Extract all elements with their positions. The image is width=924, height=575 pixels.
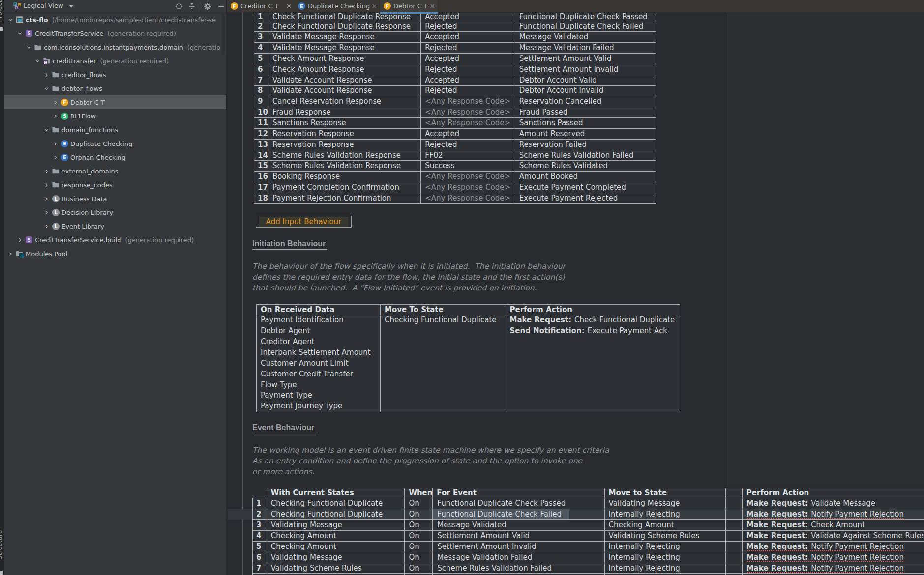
response-result[interactable]: Amount Booked — [515, 172, 656, 182]
event-row[interactable]: 3 Validating Message On Message Validate… — [253, 520, 924, 531]
response-result[interactable]: Functional Duplicate Check Failed — [515, 21, 656, 32]
response-row[interactable]: 3 Validate Message Response Accepted Mes… — [254, 32, 656, 43]
response-code[interactable]: FF02 — [421, 150, 515, 161]
response-result[interactable]: Settlement Amount Invalid — [515, 64, 656, 75]
locate-icon[interactable] — [175, 2, 183, 10]
response-code[interactable]: Accepted — [421, 13, 515, 21]
tree-chevron-icon[interactable] — [8, 13, 16, 27]
event-row[interactable]: 2 Checking Functional Duplicate On Funct… — [253, 509, 924, 520]
tree-row[interactable]: debtor_flows — [4, 82, 227, 95]
response-name[interactable]: Check Functional Duplicate Response — [268, 13, 420, 21]
tree-chevron-icon[interactable] — [53, 95, 60, 109]
response-name[interactable]: Booking Response — [268, 172, 420, 182]
move-to-state[interactable]: Validating Message — [604, 498, 725, 509]
response-row[interactable]: 5 Check Amount Response Accepted Settlem… — [254, 53, 656, 64]
for-event[interactable]: Settlement Amount Valid — [433, 530, 604, 541]
response-result[interactable]: Message Validated — [515, 32, 656, 43]
when[interactable]: On — [405, 541, 433, 552]
response-code[interactable]: <Any Response Code> — [421, 96, 515, 107]
move-to-state[interactable]: Internally Rejecting — [604, 541, 725, 552]
move-to-state[interactable]: Internally Rejecting — [604, 509, 725, 520]
response-row[interactable]: 14 Scheme Rules Validation Response FF02… — [254, 150, 656, 161]
response-name[interactable]: Payment Rejection Confirmation — [268, 193, 420, 203]
event-row[interactable]: 4 Checking Amount On Settlement Amount V… — [253, 530, 924, 541]
tree-row[interactable]: response_codes — [4, 178, 227, 192]
tree-chevron-icon[interactable] — [44, 123, 52, 137]
response-code[interactable]: Rejected — [421, 86, 515, 96]
response-name[interactable]: Validate Message Response — [268, 32, 420, 43]
response-result[interactable]: Fraud Passed — [515, 107, 656, 118]
response-name[interactable]: Sanctions Response — [268, 118, 420, 129]
perform-action[interactable]: Make Request:Validate Against Scheme Rul… — [742, 530, 924, 541]
for-event[interactable]: Message Validation Failed — [433, 552, 604, 563]
current-states[interactable]: Checking Amount — [267, 530, 405, 541]
for-event[interactable]: Scheme Rules Validation Failed — [433, 563, 604, 574]
when[interactable]: On — [405, 509, 433, 520]
response-row[interactable]: 9 Cancel Reservation Response <Any Respo… — [254, 96, 656, 107]
tree-chevron-icon[interactable] — [44, 205, 52, 219]
response-code[interactable]: <Any Response Code> — [421, 172, 515, 182]
response-row[interactable]: 4 Validate Message Response Rejected Mes… — [254, 43, 656, 54]
response-code[interactable]: Rejected — [421, 64, 515, 75]
tree-chevron-icon[interactable] — [18, 27, 25, 40]
response-name[interactable]: Cancel Reservation Response — [268, 96, 420, 107]
tab-close-icon[interactable] — [287, 4, 291, 8]
perform-action-cell[interactable]: Make Request:Check Functional Duplicate … — [506, 315, 680, 412]
tree-chevron-icon[interactable] — [44, 68, 52, 82]
tree-chevron-icon[interactable] — [44, 178, 52, 192]
response-row[interactable]: 12 Reservation Response Accepted Amount … — [254, 128, 656, 139]
for-event[interactable]: Message Validated — [433, 520, 604, 531]
when[interactable]: On — [405, 552, 433, 563]
when[interactable]: On — [405, 520, 433, 531]
tree-row[interactable]: L Event Library — [4, 219, 227, 233]
response-result[interactable]: Settlement Amount Valid — [515, 53, 656, 64]
tree-chevron-icon[interactable] — [8, 247, 16, 260]
for-event[interactable]: Settlement Amount Invalid — [433, 541, 604, 552]
move-to-state[interactable]: Validating Scheme Rules — [604, 530, 725, 541]
received-data-cell[interactable]: Payment IdentificationDebtor AgentCredit… — [257, 315, 381, 412]
response-row[interactable]: 8 Validate Account Response Rejected Deb… — [254, 86, 656, 96]
tree-row[interactable]: com.iconsolutions.instantpayments.domain… — [4, 40, 227, 54]
response-result[interactable]: Functional Duplicate Check Passed — [515, 13, 656, 21]
tab-close-icon[interactable] — [372, 4, 377, 8]
add-input-behaviour-button[interactable]: Add Input Behaviour — [256, 216, 352, 228]
response-row[interactable]: 7 Validate Account Response Accepted Deb… — [254, 75, 656, 86]
tree-row[interactable]: creditor_flows — [4, 68, 227, 82]
response-row[interactable]: 16 Booking Response <Any Response Code> … — [254, 172, 656, 182]
response-row[interactable]: 10 Fraud Response <Any Response Code> Fr… — [254, 107, 656, 118]
perform-action[interactable]: Make Request:Notify Payment Rejection — [742, 509, 924, 520]
move-to-state[interactable]: Internally Rejecting — [604, 563, 725, 574]
tab-close-icon[interactable] — [430, 4, 435, 8]
response-row[interactable]: 15 Scheme Rules Validation Response Succ… — [254, 161, 656, 172]
response-result[interactable]: Scheme Rules Validation Failed — [515, 150, 656, 161]
tree-chevron-icon[interactable] — [53, 150, 60, 164]
hide-panel-icon[interactable] — [217, 2, 225, 10]
perform-action[interactable]: Make Request:Validate Message — [742, 498, 924, 509]
tree-chevron-icon[interactable] — [44, 164, 52, 178]
response-code[interactable]: Accepted — [421, 128, 515, 139]
current-states[interactable]: Checking Functional Duplicate — [267, 498, 405, 509]
move-to-state[interactable]: Checking Amount — [604, 520, 725, 531]
move-to-state[interactable]: Internally Rejecting — [604, 552, 725, 563]
editor-tab[interactable]: E Duplicate Checking — [295, 0, 380, 12]
response-name[interactable]: Check Amount Response — [268, 64, 420, 75]
response-name[interactable]: Payment Completion Confirmation — [268, 182, 420, 193]
collapse-all-icon[interactable] — [188, 2, 196, 10]
event-row[interactable]: 7 Validating Scheme Rules On Scheme Rule… — [253, 563, 924, 574]
tree-row[interactable]: CreditTransferService.build (generation … — [4, 233, 227, 247]
perform-action[interactable]: Make Request:Notify Payment Rejection — [742, 563, 924, 574]
response-row[interactable]: 17 Payment Completion Confirmation <Any … — [254, 182, 656, 193]
response-name[interactable]: Check Functional Duplicate Response — [268, 21, 420, 32]
when[interactable]: On — [405, 498, 433, 509]
tree-row[interactable]: domain_functions — [4, 123, 227, 137]
response-row[interactable]: 18 Payment Rejection Confirmation <Any R… — [254, 193, 656, 203]
response-result[interactable]: Message Validation Failed — [515, 43, 656, 54]
event-row[interactable]: 6 Validating Message On Message Validati… — [253, 552, 924, 563]
response-result[interactable]: Sanctions Passed — [515, 118, 656, 129]
response-result[interactable]: Reservation Cancelled — [515, 96, 656, 107]
tree-chevron-icon[interactable] — [53, 109, 60, 123]
tree-row[interactable]: E Duplicate Checking — [4, 137, 227, 150]
response-result[interactable]: Debtor Account Invalid — [515, 86, 656, 96]
current-states[interactable]: Validating Scheme Rules — [267, 563, 405, 574]
event-row[interactable]: 1 Checking Functional Duplicate On Funct… — [253, 498, 924, 509]
